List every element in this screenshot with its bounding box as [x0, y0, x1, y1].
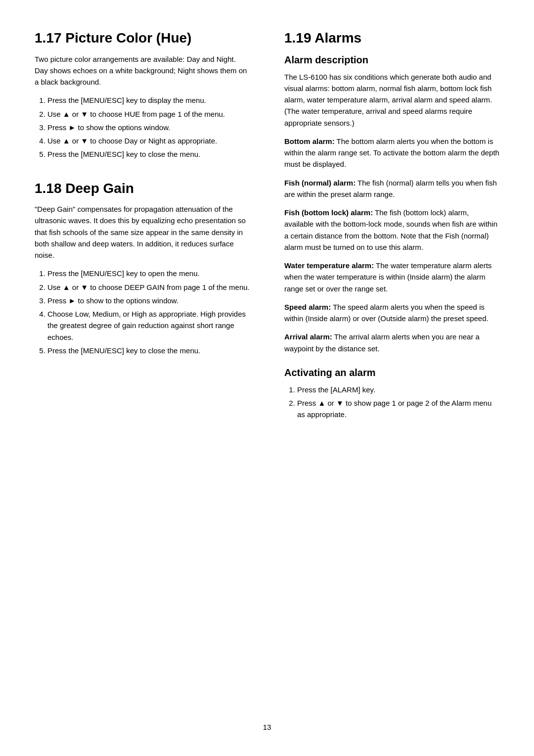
step-117-5: Press the [MENU/ESC] key to close the me…: [47, 148, 250, 160]
activating-steps: Press the [ALARM] key. Press ▲ or ▼ to s…: [295, 384, 499, 421]
water-temp-alarm-label: Water temperature alarm:: [284, 261, 374, 270]
step-118-2: Use ▲ or ▼ to choose DEEP GAIN from page…: [47, 282, 250, 293]
speed-alarm-label: Speed alarm:: [284, 303, 331, 311]
activating-step-1: Press the [ALARM] key.: [297, 384, 499, 395]
arrival-alarm-para: Arrival alarm: The arrival alarm alerts …: [284, 331, 499, 354]
bottom-alarm-label: Bottom alarm:: [284, 137, 335, 145]
page-number: 13: [0, 723, 534, 731]
step-117-4: Use ▲ or ▼ to choose Day or Night as app…: [47, 135, 250, 146]
step-117-2: Use ▲ or ▼ to choose HUE from page 1 of …: [47, 108, 250, 120]
fish-bottom-lock-alarm-label: Fish (bottom lock) alarm:: [284, 208, 373, 217]
step-118-3: Press ► to show to the options window.: [47, 295, 250, 306]
step-117-1: Press the [MENU/ESC] key to display the …: [47, 94, 250, 106]
activating-alarm-subtitle: Activating an alarm: [284, 366, 499, 379]
speed-alarm-para: Speed alarm: The speed alarm alerts you …: [284, 301, 499, 325]
section-117: 1.17 Picture Color (Hue) Two picture col…: [35, 30, 250, 160]
section-117-title: 1.17 Picture Color (Hue): [35, 30, 250, 47]
section-119: 1.19 Alarms Alarm description The LS-610…: [284, 30, 499, 421]
fish-bottom-lock-alarm-para: Fish (bottom lock) alarm: The fish (bott…: [284, 207, 499, 253]
alarm-description-intro: The LS-6100 has six conditions which gen…: [284, 71, 499, 129]
section-117-intro: Two picture color arrangements are avail…: [35, 53, 250, 88]
bottom-alarm-para: Bottom alarm: The bottom alarm alerts yo…: [284, 136, 499, 170]
activating-step-2: Press ▲ or ▼ to show page 1 or page 2 of…: [297, 397, 499, 421]
section-118-intro: "Deep Gain" compensates for propagation …: [35, 203, 250, 261]
section-118-steps: Press the [MENU/ESC] key to open the men…: [45, 268, 250, 356]
step-118-4: Choose Low, Medium, or High as appropria…: [47, 308, 250, 343]
section-119-title: 1.19 Alarms: [284, 30, 499, 47]
step-117-3: Press ► to show the options window.: [47, 122, 250, 133]
arrival-alarm-label: Arrival alarm:: [284, 332, 332, 341]
page: 1.17 Picture Color (Hue) Two picture col…: [0, 0, 534, 756]
section-117-steps: Press the [MENU/ESC] key to display the …: [45, 94, 250, 160]
water-temp-alarm-para: Water temperature alarm: The water tempe…: [284, 260, 499, 294]
step-118-1: Press the [MENU/ESC] key to open the men…: [47, 268, 250, 279]
alarm-description-subtitle: Alarm description: [284, 53, 499, 66]
left-column: 1.17 Picture Color (Hue) Two picture col…: [35, 30, 255, 427]
step-118-5: Press the [MENU/ESC] key to close the me…: [47, 345, 250, 356]
fish-normal-alarm-para: Fish (normal) alarm: The fish (normal) a…: [284, 177, 499, 200]
right-column: 1.19 Alarms Alarm description The LS-610…: [279, 30, 499, 427]
fish-normal-alarm-label: Fish (normal) alarm:: [284, 179, 356, 187]
section-118-title: 1.18 Deep Gain: [35, 180, 250, 197]
section-118: 1.18 Deep Gain "Deep Gain" compensates f…: [35, 180, 250, 357]
